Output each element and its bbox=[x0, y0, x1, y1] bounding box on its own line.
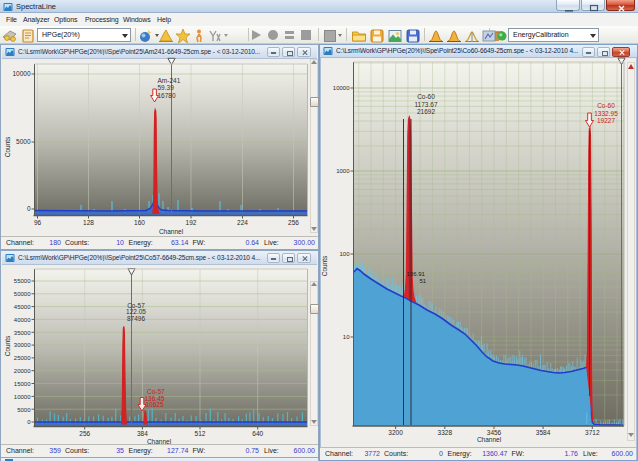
svg-text:512: 512 bbox=[195, 430, 206, 437]
svg-text:3712: 3712 bbox=[585, 429, 600, 436]
svg-text:128: 128 bbox=[83, 219, 94, 226]
svg-text:384: 384 bbox=[137, 430, 148, 437]
svg-text:256: 256 bbox=[288, 219, 299, 226]
svg-text:100: 100 bbox=[339, 251, 350, 257]
svg-text:96: 96 bbox=[34, 219, 42, 226]
svg-text:1173.67: 1173.67 bbox=[414, 101, 437, 108]
svg-text:256: 256 bbox=[79, 430, 90, 437]
svg-text:59.39: 59.39 bbox=[158, 84, 175, 91]
svg-text:40000: 40000 bbox=[14, 317, 31, 323]
svg-text:19227: 19227 bbox=[597, 117, 615, 124]
svg-text:3584: 3584 bbox=[536, 429, 551, 436]
svg-text:10000: 10000 bbox=[14, 394, 31, 400]
svg-text:Channel: Channel bbox=[159, 228, 184, 235]
svg-text:10: 10 bbox=[343, 334, 350, 340]
svg-text:Co-60: Co-60 bbox=[417, 93, 435, 100]
svg-text:35000: 35000 bbox=[14, 330, 31, 336]
svg-text:5000: 5000 bbox=[16, 138, 31, 145]
svg-text:55000: 55000 bbox=[14, 278, 31, 284]
svg-text:160: 160 bbox=[134, 219, 145, 226]
svg-text:Co-60: Co-60 bbox=[597, 102, 615, 109]
svg-text:87496: 87496 bbox=[127, 315, 145, 322]
svg-text:10000: 10000 bbox=[333, 85, 350, 91]
svg-text:21692: 21692 bbox=[417, 108, 435, 115]
svg-text:3456: 3456 bbox=[487, 429, 502, 436]
svg-text:45000: 45000 bbox=[14, 304, 31, 310]
svg-text:5000: 5000 bbox=[17, 407, 31, 413]
svg-text:Am-241: Am-241 bbox=[158, 77, 181, 84]
svg-text:Counts: Counts bbox=[4, 335, 11, 356]
svg-text:20000: 20000 bbox=[14, 368, 31, 374]
svg-text:640: 640 bbox=[252, 430, 263, 437]
svg-text:3200: 3200 bbox=[388, 429, 403, 436]
svg-text:10000: 10000 bbox=[12, 70, 30, 77]
svg-text:192: 192 bbox=[186, 219, 197, 226]
svg-text:30000: 30000 bbox=[14, 342, 31, 348]
svg-text:0: 0 bbox=[27, 205, 31, 212]
svg-text:50000: 50000 bbox=[14, 291, 31, 297]
svg-text:0: 0 bbox=[27, 419, 31, 425]
svg-text:Channel: Channel bbox=[477, 436, 502, 443]
svg-text:10625: 10625 bbox=[146, 401, 164, 408]
svg-text:3328: 3328 bbox=[438, 429, 453, 436]
svg-text:1332.95: 1332.95 bbox=[594, 110, 618, 117]
svg-text:25000: 25000 bbox=[14, 355, 31, 361]
svg-text:15000: 15000 bbox=[14, 381, 31, 387]
svg-text:Counts: Counts bbox=[4, 136, 11, 157]
svg-text:224: 224 bbox=[237, 219, 248, 226]
svg-text:136.91: 136.91 bbox=[407, 271, 426, 277]
svg-text:1000: 1000 bbox=[336, 168, 350, 174]
svg-text:Counts: Counts bbox=[321, 255, 328, 276]
svg-text:16780: 16780 bbox=[158, 92, 176, 99]
svg-text:51: 51 bbox=[420, 278, 427, 284]
